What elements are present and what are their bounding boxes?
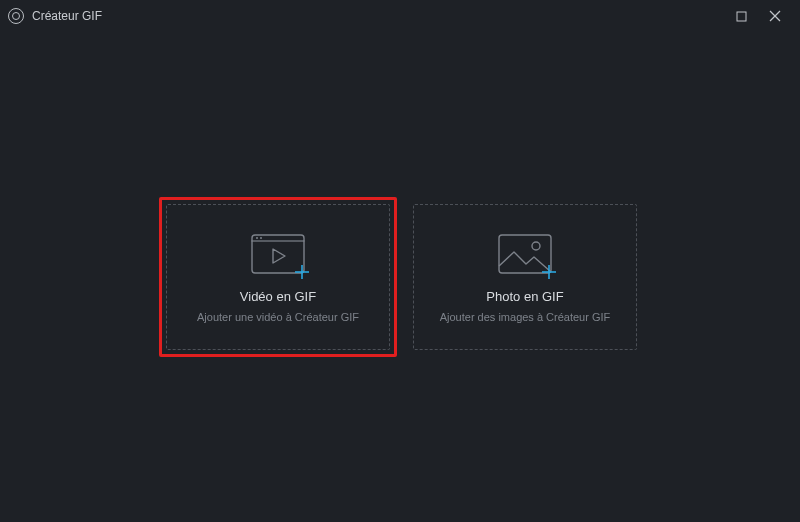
video-card-highlight: Vidéo en GIF Ajouter une vidéo à Créateu… [159,197,397,357]
titlebar: Créateur GIF [0,0,800,32]
photo-card-subtitle: Ajouter des images à Créateur GIF [440,310,611,324]
main-content: Vidéo en GIF Ajouter une vidéo à Créateu… [0,32,800,522]
video-to-gif-card[interactable]: Vidéo en GIF Ajouter une vidéo à Créateu… [166,204,390,350]
svg-point-5 [256,237,258,239]
svg-point-6 [260,237,262,239]
video-card-subtitle: Ajouter une vidéo à Créateur GIF [197,310,359,324]
plus-icon [293,263,311,281]
maximize-icon [736,11,747,22]
video-card-title: Vidéo en GIF [240,289,316,304]
photo-to-gif-card[interactable]: Photo en GIF Ajouter des images à Créate… [413,204,637,350]
svg-marker-7 [273,249,285,263]
photo-card-wrap: Photo en GIF Ajouter des images à Créate… [409,200,641,354]
close-button[interactable] [758,2,792,30]
plus-icon [540,263,558,281]
app-icon [8,8,24,24]
video-icon [249,231,307,277]
window-title: Créateur GIF [32,9,102,23]
photo-icon [496,231,554,277]
photo-card-title: Photo en GIF [486,289,563,304]
svg-rect-0 [737,12,746,21]
svg-point-11 [532,242,540,250]
maximize-button[interactable] [724,2,758,30]
close-icon [769,10,781,22]
